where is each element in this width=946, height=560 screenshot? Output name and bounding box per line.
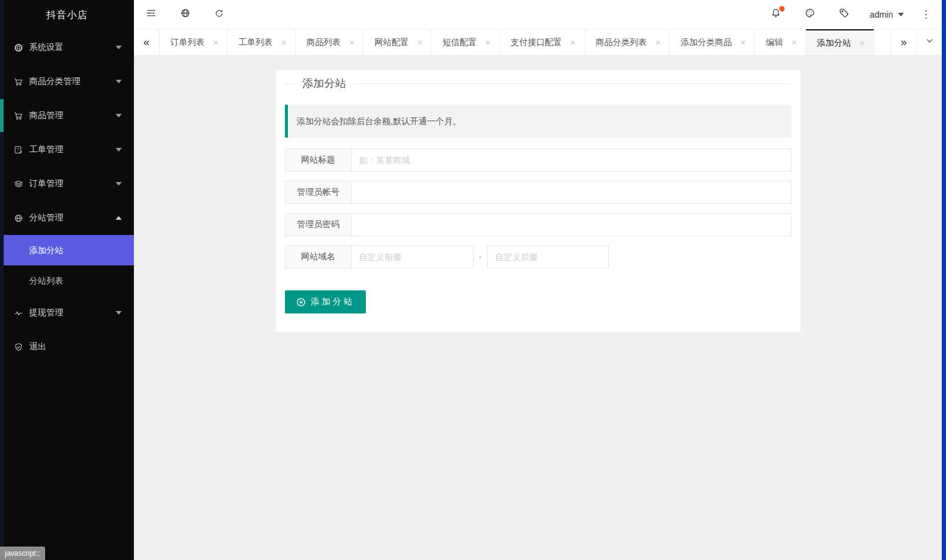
refresh-button[interactable]: [202, 0, 236, 29]
sidebar-item-label: 工单管理: [29, 144, 116, 155]
admin-password-input[interactable]: [352, 213, 791, 236]
close-icon[interactable]: ×: [740, 38, 746, 47]
username: admin: [870, 10, 893, 19]
user-menu[interactable]: admin: [861, 0, 913, 29]
caret-down-icon: [116, 80, 122, 83]
pulse-icon: [13, 308, 29, 318]
tabbar-spacer: [874, 29, 891, 55]
caret-down-icon: [116, 182, 122, 186]
form-row-admin-password: 管理员密码: [285, 213, 791, 236]
clear-cache-button[interactable]: [827, 0, 861, 29]
card-title: 添加分站: [303, 76, 346, 91]
caret-down-icon: [898, 13, 904, 16]
tab-ticket-list[interactable]: 工单列表 ×: [228, 29, 296, 55]
cart-icon: [13, 77, 29, 87]
ticket-icon: ?: [13, 145, 29, 155]
circle-plus-icon: [296, 297, 311, 307]
domain-separator: -: [474, 245, 488, 268]
add-subsite-button-label: 添加分站: [311, 296, 355, 307]
add-subsite-button[interactable]: 添加分站: [285, 290, 366, 313]
sidebar-item-ticket-management[interactable]: ? 工单管理: [0, 133, 134, 167]
card-title-row: 添加分站: [276, 70, 801, 97]
tab-edit[interactable]: 编辑 ×: [755, 29, 806, 55]
sidebar-item-system-settings[interactable]: 系统设置: [0, 30, 134, 65]
palette-icon: [804, 7, 816, 21]
tag-icon: [838, 7, 850, 21]
refresh-icon: [214, 8, 225, 21]
field-label: 网站域名: [285, 245, 352, 268]
sidebar: 抖音小店 系统设置 商品分类管理 商品管理 ? 工单管理 订单管理: [0, 0, 134, 560]
admin-account-input[interactable]: [352, 181, 791, 204]
tab-add-category-product[interactable]: 添加分类商品 ×: [670, 29, 755, 55]
top-header: admin ⋮: [134, 0, 942, 29]
sidebar-subitem-subsite-list[interactable]: 分站列表: [0, 265, 134, 296]
caret-up-icon: [116, 216, 122, 220]
sidebar-item-withdraw-management[interactable]: 提现管理: [0, 296, 134, 330]
tab-site-config[interactable]: 网站配置 ×: [363, 29, 432, 55]
layers-icon: [13, 179, 29, 189]
sidebar-item-label: 分站管理: [29, 212, 116, 223]
gear-icon: [13, 43, 29, 53]
sidebar-item-subsite-management[interactable]: 分站管理: [0, 201, 134, 235]
title-divider-right: [354, 83, 791, 84]
sidebar-item-category-management[interactable]: 商品分类管理: [0, 65, 134, 99]
form-row-admin-account: 管理员帐号: [285, 181, 791, 204]
more-menu-button[interactable]: ⋮: [913, 0, 939, 29]
sidebar-item-label: 商品分类管理: [29, 76, 116, 87]
close-icon[interactable]: ×: [417, 38, 422, 47]
tab-label: 网站配置: [374, 37, 408, 48]
field-label: 管理员帐号: [285, 181, 352, 204]
globe-icon: [13, 213, 29, 223]
title-divider-left: [285, 83, 296, 84]
tab-payment-config[interactable]: 支付接口配置 ×: [500, 29, 585, 55]
field-label: 网站标题: [285, 149, 352, 172]
sidebar-item-product-management[interactable]: 商品管理: [0, 99, 134, 133]
app-title: 抖音小店: [0, 0, 134, 30]
close-icon[interactable]: ×: [485, 38, 491, 47]
tabs-scroll-right-button[interactable]: »: [891, 29, 916, 55]
theme-button[interactable]: [793, 0, 827, 29]
form-row-site-title: 网站标题: [285, 149, 791, 172]
close-icon[interactable]: ×: [349, 38, 355, 47]
close-icon[interactable]: ×: [860, 38, 865, 47]
sidebar-item-order-management[interactable]: 订单管理: [0, 167, 134, 201]
domain-suffix-input[interactable]: [487, 245, 609, 268]
sidebar-scrollbar[interactable]: [0, 0, 4, 560]
tab-add-subsite[interactable]: 添加分站 ×: [806, 29, 874, 55]
close-icon[interactable]: ×: [656, 38, 661, 47]
tab-category-list[interactable]: 商品分类列表 ×: [585, 29, 670, 55]
browser-status-tooltip: javascript:;: [0, 547, 45, 560]
tab-label: 订单列表: [170, 37, 205, 48]
tab-label: 支付接口配置: [511, 37, 562, 48]
close-icon[interactable]: ×: [213, 38, 219, 47]
tabs-dropdown-button[interactable]: [916, 29, 942, 55]
tab-product-list[interactable]: 商品列表 ×: [296, 29, 364, 55]
main-content: 添加分站 添加分站会扣除后台余额,默认开通一个月。 网站标题 管理员帐号 管理员…: [134, 56, 942, 560]
tabs-scroll-left-button[interactable]: «: [134, 29, 159, 55]
tab-label: 添加分类商品: [681, 37, 732, 48]
sidebar-scrollbar-thumb[interactable]: [0, 99, 4, 132]
close-icon[interactable]: ×: [791, 38, 797, 47]
sidebar-item-label: 提现管理: [29, 307, 116, 318]
home-site-button[interactable]: [168, 0, 202, 29]
tab-label: 添加分站: [817, 38, 851, 49]
caret-down-icon: [116, 311, 122, 315]
svg-text:?: ?: [16, 147, 19, 151]
form-row-site-domain: 网站域名 -: [285, 245, 791, 268]
close-icon[interactable]: ×: [281, 38, 287, 47]
sidebar-subitem-add-subsite[interactable]: 添加分站: [0, 235, 134, 265]
tab-label: 商品列表: [307, 37, 341, 48]
site-title-input[interactable]: [352, 149, 791, 172]
close-icon[interactable]: ×: [570, 38, 576, 47]
tab-label: 工单列表: [239, 37, 273, 48]
collapse-sidebar-button[interactable]: [134, 0, 168, 29]
cart-icon: [13, 111, 29, 121]
add-subsite-card: 添加分站 添加分站会扣除后台余额,默认开通一个月。 网站标题 管理员帐号 管理员…: [276, 70, 801, 332]
tab-sms-config[interactable]: 短信配置 ×: [432, 29, 500, 55]
sidebar-item-logout[interactable]: 退出: [0, 330, 134, 364]
collapse-sidebar-icon: [145, 7, 157, 21]
shield-check-icon: [13, 342, 29, 352]
notifications-button[interactable]: [759, 0, 793, 29]
tab-order-list[interactable]: 订单列表 ×: [159, 29, 228, 55]
domain-prefix-input[interactable]: [352, 245, 474, 268]
